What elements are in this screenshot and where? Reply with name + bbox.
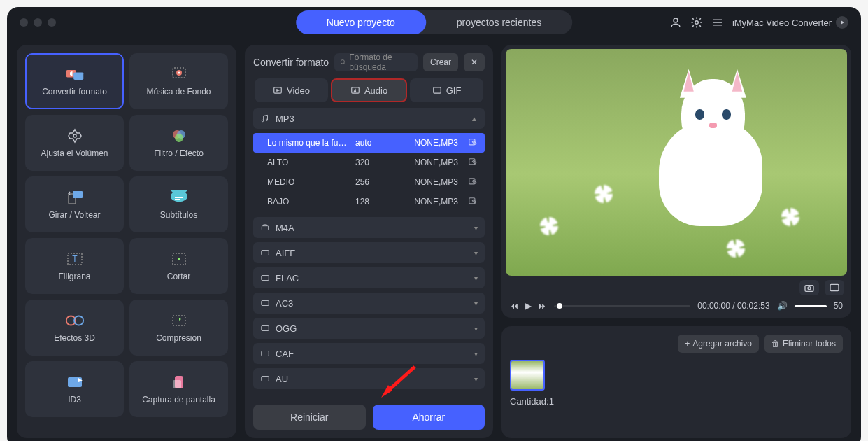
- type-tab-label: GIF: [446, 85, 462, 96]
- play-button[interactable]: ▶: [525, 301, 532, 311]
- player-controls: ⏮ ▶ ⏭ 00:00:00 / 00:02:53 🔊 50: [506, 301, 847, 311]
- close-dot[interactable]: [20, 18, 28, 27]
- type-tab-gif[interactable]: GIF: [410, 78, 483, 102]
- time-display: 00:00:00 / 00:02:53: [697, 301, 769, 311]
- header-tools: iMyMac Video Converter: [669, 16, 848, 29]
- search-placeholder: Formato de búsqueda: [349, 52, 412, 72]
- tool-label: Subtítulos: [160, 210, 197, 220]
- max-dot[interactable]: [48, 18, 56, 27]
- tool-3d-effects[interactable]: Efectos 3D: [25, 300, 124, 356]
- svg-point-34: [262, 120, 263, 121]
- svg-rect-42: [262, 276, 269, 281]
- format-flac[interactable]: FLAC▾: [253, 267, 485, 288]
- edit-icon[interactable]: [468, 158, 478, 167]
- format-m4a[interactable]: M4A▾: [253, 217, 485, 238]
- tool-bg-music[interactable]: Música de Fondo: [129, 53, 228, 109]
- svg-line-29: [344, 63, 346, 64]
- svg-point-21: [178, 258, 180, 260]
- video-panel: ⏮ ▶ ⏭ 00:00:00 / 00:02:53 🔊 50: [501, 45, 851, 318]
- tool-watermark[interactable]: T Filigrana: [25, 238, 124, 294]
- screenshot-icon: [169, 374, 189, 391]
- tool-subtitles[interactable]: Subtítulos: [129, 176, 228, 232]
- tool-rotate-flip[interactable]: Girar / Voltear: [25, 176, 124, 232]
- remove-all-button[interactable]: 🗑Eliminar todos: [764, 335, 843, 353]
- preset-row[interactable]: MEDIO256NONE,MP3: [253, 172, 485, 192]
- svg-text:T: T: [72, 254, 78, 264]
- preset-row[interactable]: ALTO320NONE,MP3: [253, 153, 485, 172]
- tool-crop[interactable]: Cortar: [129, 238, 228, 294]
- tab-new-project[interactable]: Nuevo proyecto: [296, 10, 426, 34]
- tool-convert-format[interactable]: Convertir formato: [25, 53, 124, 109]
- save-button[interactable]: Ahorrar: [373, 405, 485, 430]
- tool-label: Efectos 3D: [54, 333, 95, 343]
- svg-point-9: [178, 72, 180, 74]
- brand-label: iMyMac Video Converter: [732, 18, 832, 28]
- create-button[interactable]: Crear: [423, 53, 458, 71]
- svg-rect-46: [262, 377, 269, 382]
- 3d-icon: [65, 312, 85, 329]
- close-button[interactable]: ✕: [464, 53, 485, 71]
- watermark-icon: T: [65, 251, 85, 267]
- tool-label: Convertir formato: [42, 87, 107, 97]
- tab-recent-projects[interactable]: proyectos recientes: [426, 10, 572, 34]
- svg-rect-43: [262, 301, 269, 306]
- tool-screenshot[interactable]: Captura de pantalla: [129, 361, 228, 417]
- panel-title: Convertir formato: [253, 57, 329, 68]
- queue-thumbnail[interactable]: [510, 360, 545, 391]
- tools-sidebar: Convertir formato Música de Fondo Ajusta…: [17, 45, 236, 438]
- preset-row[interactable]: Lo mismo que la fu…autoNONE,MP3: [253, 133, 485, 153]
- format-mp3[interactable]: MP3▲: [253, 108, 485, 129]
- tool-label: Filtro / Efecto: [154, 148, 204, 158]
- tool-compression[interactable]: Compresión: [129, 300, 228, 356]
- add-file-button[interactable]: +Agregar archivo: [678, 335, 759, 353]
- fullscreen-button[interactable]: [825, 280, 844, 295]
- format-aiff[interactable]: AIFF▾: [253, 242, 485, 263]
- svg-rect-25: [68, 377, 82, 387]
- svg-point-1: [695, 21, 699, 24]
- svg-rect-33: [433, 88, 441, 93]
- type-tab-label: Video: [287, 85, 310, 96]
- svg-point-48: [808, 287, 811, 290]
- format-au[interactable]: AU▾: [253, 368, 485, 389]
- tool-label: Filigrana: [58, 272, 90, 281]
- svg-rect-45: [262, 351, 269, 356]
- min-dot[interactable]: [34, 18, 42, 27]
- edit-icon[interactable]: [468, 177, 478, 187]
- tool-filter-effect[interactable]: Filtro / Efecto: [129, 115, 228, 171]
- brand: iMyMac Video Converter: [732, 16, 848, 29]
- svg-point-32: [354, 91, 355, 92]
- convert-icon: [65, 66, 85, 83]
- window-controls: [20, 18, 56, 27]
- video-preview[interactable]: [506, 49, 847, 276]
- format-list: MP3▲ Lo mismo que la fu…autoNONE,MP3 ALT…: [253, 108, 485, 405]
- type-tab-audio[interactable]: Audio: [331, 78, 407, 102]
- edit-icon[interactable]: [468, 138, 478, 148]
- format-caf[interactable]: CAF▾: [253, 343, 485, 364]
- tool-adjust-volume[interactable]: Ajusta el Volúmen: [25, 115, 124, 171]
- menu-icon[interactable]: [711, 16, 724, 29]
- main-area: Convertir formato Música de Fondo Ajusta…: [7, 38, 861, 441]
- account-icon[interactable]: [669, 16, 682, 29]
- format-ogg[interactable]: OGG▾: [253, 318, 485, 339]
- search-input[interactable]: Formato de búsqueda: [334, 53, 418, 71]
- music-icon: [169, 66, 189, 83]
- reset-button[interactable]: Reiniciar: [253, 405, 366, 430]
- next-button[interactable]: ⏭: [539, 301, 547, 311]
- prev-button[interactable]: ⏮: [510, 301, 518, 311]
- format-ac3[interactable]: AC3▾: [253, 293, 485, 314]
- volume-icon[interactable]: 🔊: [777, 301, 788, 311]
- tool-label: ID3: [68, 395, 81, 405]
- svg-point-10: [73, 134, 76, 137]
- type-tab-label: Audio: [364, 85, 387, 96]
- preset-row[interactable]: BAJO128NONE,MP3: [253, 192, 485, 211]
- volume-slider[interactable]: [795, 305, 827, 307]
- settings-icon[interactable]: [690, 16, 703, 29]
- edit-icon[interactable]: [468, 197, 478, 206]
- tool-id3[interactable]: ID3: [25, 361, 124, 417]
- queue-count: Cantidad:1: [510, 396, 843, 407]
- tool-label: Captura de pantalla: [142, 395, 215, 405]
- svg-point-13: [175, 134, 183, 142]
- type-tab-video[interactable]: Video: [255, 78, 328, 102]
- progress-bar[interactable]: [554, 305, 690, 307]
- snapshot-button[interactable]: [799, 280, 819, 295]
